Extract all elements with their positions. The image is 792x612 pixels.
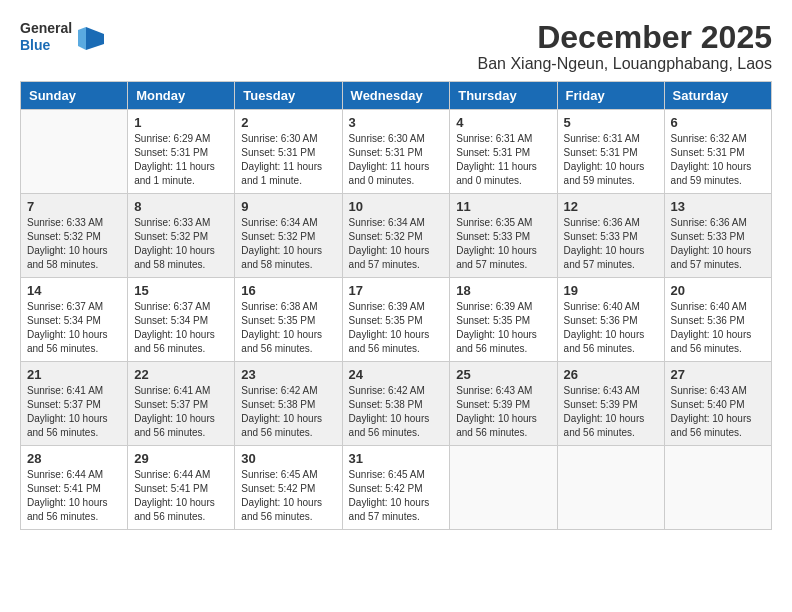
logo: General Blue xyxy=(20,20,106,54)
sunrise-text: Sunrise: 6:36 AM xyxy=(564,216,658,230)
day-info: Sunrise: 6:32 AM Sunset: 5:31 PM Dayligh… xyxy=(671,132,765,188)
day-number: 8 xyxy=(134,199,228,214)
table-row: 17 Sunrise: 6:39 AM Sunset: 5:35 PM Dayl… xyxy=(342,278,450,362)
day-number: 30 xyxy=(241,451,335,466)
sunrise-text: Sunrise: 6:33 AM xyxy=(27,216,121,230)
sunrise-text: Sunrise: 6:38 AM xyxy=(241,300,335,314)
day-info: Sunrise: 6:31 AM Sunset: 5:31 PM Dayligh… xyxy=(564,132,658,188)
sunset-text: Sunset: 5:32 PM xyxy=(27,230,121,244)
day-info: Sunrise: 6:37 AM Sunset: 5:34 PM Dayligh… xyxy=(134,300,228,356)
sunset-text: Sunset: 5:31 PM xyxy=(456,146,550,160)
day-number: 25 xyxy=(456,367,550,382)
day-info: Sunrise: 6:31 AM Sunset: 5:31 PM Dayligh… xyxy=(456,132,550,188)
day-number: 14 xyxy=(27,283,121,298)
daylight-text: Daylight: 10 hours and 56 minutes. xyxy=(27,412,121,440)
sunrise-text: Sunrise: 6:33 AM xyxy=(134,216,228,230)
sunrise-text: Sunrise: 6:43 AM xyxy=(671,384,765,398)
daylight-text: Daylight: 10 hours and 56 minutes. xyxy=(134,328,228,356)
daylight-text: Daylight: 10 hours and 56 minutes. xyxy=(27,496,121,524)
daylight-text: Daylight: 10 hours and 56 minutes. xyxy=(456,328,550,356)
sunset-text: Sunset: 5:31 PM xyxy=(671,146,765,160)
day-number: 11 xyxy=(456,199,550,214)
day-info: Sunrise: 6:43 AM Sunset: 5:40 PM Dayligh… xyxy=(671,384,765,440)
day-number: 17 xyxy=(349,283,444,298)
table-row: 29 Sunrise: 6:44 AM Sunset: 5:41 PM Dayl… xyxy=(128,446,235,530)
day-info: Sunrise: 6:39 AM Sunset: 5:35 PM Dayligh… xyxy=(456,300,550,356)
sunrise-text: Sunrise: 6:31 AM xyxy=(564,132,658,146)
sunrise-text: Sunrise: 6:44 AM xyxy=(27,468,121,482)
table-row: 7 Sunrise: 6:33 AM Sunset: 5:32 PM Dayli… xyxy=(21,194,128,278)
sunset-text: Sunset: 5:38 PM xyxy=(349,398,444,412)
day-number: 13 xyxy=(671,199,765,214)
table-row: 9 Sunrise: 6:34 AM Sunset: 5:32 PM Dayli… xyxy=(235,194,342,278)
day-number: 29 xyxy=(134,451,228,466)
col-thursday: Thursday xyxy=(450,82,557,110)
sunrise-text: Sunrise: 6:41 AM xyxy=(134,384,228,398)
day-number: 9 xyxy=(241,199,335,214)
calendar-table: Sunday Monday Tuesday Wednesday Thursday… xyxy=(20,81,772,530)
table-row: 11 Sunrise: 6:35 AM Sunset: 5:33 PM Dayl… xyxy=(450,194,557,278)
table-row: 14 Sunrise: 6:37 AM Sunset: 5:34 PM Dayl… xyxy=(21,278,128,362)
sunrise-text: Sunrise: 6:39 AM xyxy=(349,300,444,314)
month-title: December 2025 xyxy=(478,20,772,55)
sunset-text: Sunset: 5:41 PM xyxy=(27,482,121,496)
sunset-text: Sunset: 5:41 PM xyxy=(134,482,228,496)
table-row: 26 Sunrise: 6:43 AM Sunset: 5:39 PM Dayl… xyxy=(557,362,664,446)
sunset-text: Sunset: 5:32 PM xyxy=(349,230,444,244)
day-info: Sunrise: 6:39 AM Sunset: 5:35 PM Dayligh… xyxy=(349,300,444,356)
table-row: 15 Sunrise: 6:37 AM Sunset: 5:34 PM Dayl… xyxy=(128,278,235,362)
table-row xyxy=(664,446,771,530)
daylight-text: Daylight: 10 hours and 58 minutes. xyxy=(241,244,335,272)
header: General Blue December 2025 Ban Xiang-Nge… xyxy=(20,20,772,73)
daylight-text: Daylight: 10 hours and 56 minutes. xyxy=(241,496,335,524)
daylight-text: Daylight: 10 hours and 56 minutes. xyxy=(564,328,658,356)
daylight-text: Daylight: 10 hours and 56 minutes. xyxy=(27,328,121,356)
daylight-text: Daylight: 11 hours and 1 minute. xyxy=(134,160,228,188)
daylight-text: Daylight: 10 hours and 57 minutes. xyxy=(456,244,550,272)
sunrise-text: Sunrise: 6:39 AM xyxy=(456,300,550,314)
sunset-text: Sunset: 5:32 PM xyxy=(134,230,228,244)
col-sunday: Sunday xyxy=(21,82,128,110)
daylight-text: Daylight: 10 hours and 59 minutes. xyxy=(671,160,765,188)
daylight-text: Daylight: 10 hours and 57 minutes. xyxy=(564,244,658,272)
day-info: Sunrise: 6:44 AM Sunset: 5:41 PM Dayligh… xyxy=(27,468,121,524)
sunrise-text: Sunrise: 6:42 AM xyxy=(349,384,444,398)
table-row: 3 Sunrise: 6:30 AM Sunset: 5:31 PM Dayli… xyxy=(342,110,450,194)
daylight-text: Daylight: 10 hours and 56 minutes. xyxy=(671,412,765,440)
sunrise-text: Sunrise: 6:35 AM xyxy=(456,216,550,230)
day-info: Sunrise: 6:30 AM Sunset: 5:31 PM Dayligh… xyxy=(349,132,444,188)
col-friday: Friday xyxy=(557,82,664,110)
table-row: 22 Sunrise: 6:41 AM Sunset: 5:37 PM Dayl… xyxy=(128,362,235,446)
day-number: 24 xyxy=(349,367,444,382)
day-number: 26 xyxy=(564,367,658,382)
sunset-text: Sunset: 5:31 PM xyxy=(564,146,658,160)
sunset-text: Sunset: 5:35 PM xyxy=(456,314,550,328)
table-row: 25 Sunrise: 6:43 AM Sunset: 5:39 PM Dayl… xyxy=(450,362,557,446)
table-row: 21 Sunrise: 6:41 AM Sunset: 5:37 PM Dayl… xyxy=(21,362,128,446)
sunrise-text: Sunrise: 6:40 AM xyxy=(671,300,765,314)
daylight-text: Daylight: 10 hours and 58 minutes. xyxy=(134,244,228,272)
sunset-text: Sunset: 5:35 PM xyxy=(241,314,335,328)
sunrise-text: Sunrise: 6:42 AM xyxy=(241,384,335,398)
day-info: Sunrise: 6:45 AM Sunset: 5:42 PM Dayligh… xyxy=(241,468,335,524)
sunrise-text: Sunrise: 6:37 AM xyxy=(27,300,121,314)
page-wrapper: General Blue December 2025 Ban Xiang-Nge… xyxy=(20,20,772,530)
day-number: 6 xyxy=(671,115,765,130)
col-wednesday: Wednesday xyxy=(342,82,450,110)
daylight-text: Daylight: 10 hours and 56 minutes. xyxy=(349,328,444,356)
daylight-text: Daylight: 11 hours and 0 minutes. xyxy=(456,160,550,188)
day-number: 12 xyxy=(564,199,658,214)
sunrise-text: Sunrise: 6:37 AM xyxy=(134,300,228,314)
title-section: December 2025 Ban Xiang-Ngeun, Louangpha… xyxy=(478,20,772,73)
table-row: 1 Sunrise: 6:29 AM Sunset: 5:31 PM Dayli… xyxy=(128,110,235,194)
day-number: 7 xyxy=(27,199,121,214)
sunset-text: Sunset: 5:33 PM xyxy=(671,230,765,244)
day-number: 22 xyxy=(134,367,228,382)
table-row: 16 Sunrise: 6:38 AM Sunset: 5:35 PM Dayl… xyxy=(235,278,342,362)
svg-marker-1 xyxy=(78,27,86,50)
daylight-text: Daylight: 10 hours and 56 minutes. xyxy=(134,496,228,524)
day-info: Sunrise: 6:43 AM Sunset: 5:39 PM Dayligh… xyxy=(564,384,658,440)
calendar-week-row: 1 Sunrise: 6:29 AM Sunset: 5:31 PM Dayli… xyxy=(21,110,772,194)
day-info: Sunrise: 6:36 AM Sunset: 5:33 PM Dayligh… xyxy=(564,216,658,272)
calendar-week-row: 21 Sunrise: 6:41 AM Sunset: 5:37 PM Dayl… xyxy=(21,362,772,446)
